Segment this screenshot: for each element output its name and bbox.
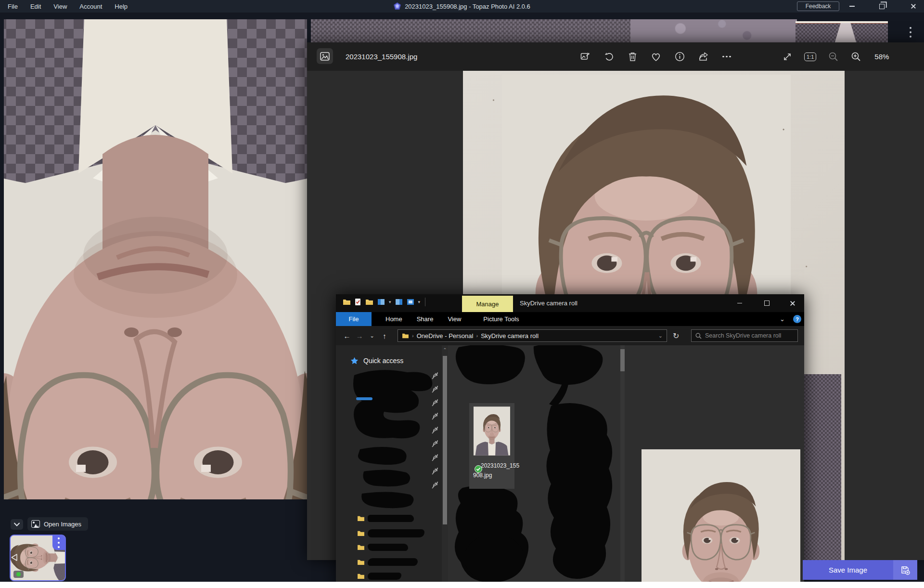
menu-file[interactable]: File [8,3,18,10]
photos-toolbar: 20231023_155908.jpg [307,42,924,71]
back-button[interactable]: ← [341,332,353,340]
explorer-maximize-button[interactable] [758,294,775,312]
fit-to-window-button[interactable] [782,51,793,63]
info-button[interactable] [674,51,685,63]
explorer-titlebar: ▾ ▾ Manage SkyDrive camera roll [336,294,804,312]
breadcrumb-separator: › [476,333,478,339]
file-item-selected[interactable]: 20231023_155 908.jpg [469,403,514,489]
search-input[interactable] [705,332,787,339]
delete-button[interactable] [627,51,638,63]
thumbnail-options-badge[interactable] [52,536,65,550]
save-image-split-button: Save Image [803,560,917,580]
menu-edit[interactable]: Edit [30,3,41,10]
sidebar-item-redacted[interactable] [357,515,414,522]
redaction-scribble [368,515,414,522]
save-options-button[interactable] [893,560,917,580]
scrollbar-thumb[interactable] [620,349,625,371]
feedback-button[interactable]: Feedback [797,1,839,11]
sidebar-item-redacted[interactable] [357,558,418,566]
file-name-line1: 20231023_155 [481,462,519,469]
properties-check-icon[interactable] [355,298,361,306]
recent-locations-button[interactable]: ⌄ [366,333,378,339]
sidebar-item-redacted[interactable] [357,544,408,551]
photos-action-icons [579,51,732,63]
ribbon-tab-home[interactable]: Home [378,312,410,326]
navigation-pane: Quick access [336,345,448,588]
preview-pane-photo[interactable] [642,449,800,588]
forward-button[interactable]: → [353,332,366,340]
breadcrumb-onedrive[interactable]: OneDrive - Personal [417,332,474,340]
edit-image-button[interactable] [579,51,591,63]
actual-size-button[interactable]: 1:1 [804,52,816,61]
zoom-out-button[interactable] [827,51,839,63]
rotate-button[interactable] [603,51,615,63]
scrollbar-thumb[interactable] [443,356,447,524]
address-dropdown-icon[interactable]: ⌄ [658,333,663,339]
ribbon-expand-icon[interactable]: ⌄ [780,315,785,323]
up-button[interactable]: ↑ [378,332,391,340]
filmstrip-thumbnail[interactable] [10,535,66,581]
folder-icon [357,530,365,536]
ribbon-tab-view[interactable]: View [440,312,468,326]
ribbon-tab-file[interactable]: File [336,312,372,326]
redaction-scribble [368,544,408,551]
search-box[interactable] [691,329,798,342]
minimize-button[interactable] [847,0,857,13]
screen: File Edit View Account Help 20231023_155… [0,0,924,588]
address-bar[interactable]: › OneDrive - Personal › SkyDrive camera … [398,329,667,342]
layout-pane-icon[interactable] [395,299,403,305]
photos-zoom-controls: 1:1 58% [782,51,889,63]
topaz-menubar: File Edit View Account Help [0,3,128,10]
photos-app-icon-button[interactable] [317,48,333,64]
explorer-close-button[interactable] [784,294,801,312]
right-panel-thumbnail[interactable] [796,21,888,42]
redaction-scribbles [349,368,441,513]
folder-icon[interactable] [343,299,351,305]
breadcrumb-skydrive[interactable]: SkyDrive camera roll [481,332,539,340]
search-icon [695,333,702,339]
sidebar-item-quick-access[interactable]: Quick access [350,357,403,365]
ribbon-tab-picture-tools[interactable]: Picture Tools [476,312,526,326]
share-button[interactable] [697,51,709,63]
refresh-button[interactable]: ↻ [673,331,679,340]
scroll-up-icon[interactable]: ⌃ [442,347,448,353]
menu-help[interactable]: Help [115,3,128,10]
save-image-button[interactable]: Save Image [803,560,893,580]
menu-view[interactable]: View [53,3,67,10]
sidebar-item-redacted[interactable] [357,573,401,580]
collar-shape [833,23,858,42]
dropdown-caret-icon[interactable]: ▾ [418,300,421,304]
open-images-collapse-button[interactable] [11,519,23,530]
help-button[interactable]: ? [793,315,801,323]
explorer-body: Quick access [336,345,804,588]
dropdown-caret-icon[interactable]: ▾ [389,300,391,304]
layout-pane-icon[interactable] [407,299,414,305]
menu-account[interactable]: Account [79,3,102,10]
restore-button[interactable] [877,0,886,13]
quick-access-toolbar: ▾ ▾ [343,298,426,306]
new-folder-icon[interactable] [365,299,373,305]
redaction-scribble [368,558,418,566]
canvas-photo-upside-down[interactable] [4,19,307,499]
breadcrumb-separator: › [412,333,414,339]
taskbar-edge-strip [0,582,924,588]
zoom-level: 58% [874,52,889,61]
kebab-menu-icon [58,537,60,548]
kebab-menu-icon[interactable] [910,27,911,38]
sidebar-scrollbar[interactable]: ⌃ [442,345,448,588]
ribbon-tab-share[interactable]: Share [410,312,441,326]
separator [425,298,425,306]
explorer-minimize-button[interactable] [732,294,748,312]
sidebar-item-redacted[interactable] [357,529,424,537]
more-options-button[interactable] [721,51,732,63]
zoom-in-button[interactable] [850,51,861,63]
close-button[interactable] [909,0,918,13]
layout-pane-icon[interactable] [377,299,385,305]
folder-icon [357,573,365,579]
open-images-button[interactable]: Open Images [27,517,88,531]
explorer-addressbar: ← → ⌄ ↑ › OneDrive - Personal › SkyDrive… [336,326,804,345]
manage-ribbon-tab[interactable]: Manage [462,296,513,312]
content-scrollbar[interactable] [620,345,625,588]
favorite-heart-button[interactable] [650,51,662,63]
folder-icon [357,515,365,522]
